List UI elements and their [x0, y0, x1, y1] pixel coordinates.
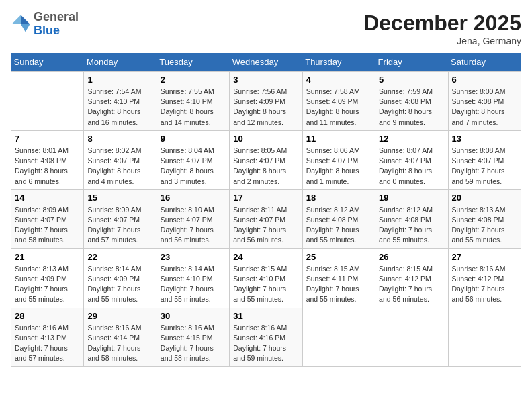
day-info: Sunrise: 8:02 AM Sunset: 4:07 PM Dayligh…: [87, 146, 152, 187]
day-number: 22: [87, 252, 152, 262]
weekday-header-monday: Monday: [84, 53, 157, 72]
calendar-cell: 22Sunrise: 8:14 AM Sunset: 4:09 PM Dayli…: [84, 248, 157, 308]
day-info: Sunrise: 8:13 AM Sunset: 4:08 PM Dayligh…: [452, 205, 517, 246]
location: Jena, Germany: [363, 36, 521, 46]
calendar-cell: 8Sunrise: 8:02 AM Sunset: 4:07 PM Daylig…: [84, 130, 157, 189]
calendar-cell: 7Sunrise: 8:01 AM Sunset: 4:08 PM Daylig…: [11, 130, 84, 189]
calendar-cell: 23Sunrise: 8:14 AM Sunset: 4:10 PM Dayli…: [157, 248, 229, 308]
calendar-cell: [302, 308, 375, 367]
day-info: Sunrise: 8:04 AM Sunset: 4:07 PM Dayligh…: [161, 146, 226, 187]
calendar-week-3: 14Sunrise: 8:09 AM Sunset: 4:07 PM Dayli…: [11, 189, 521, 248]
calendar-cell: 17Sunrise: 8:11 AM Sunset: 4:07 PM Dayli…: [230, 189, 302, 248]
day-info: Sunrise: 8:05 AM Sunset: 4:07 PM Dayligh…: [233, 146, 298, 187]
day-number: 1: [87, 75, 152, 85]
day-number: 4: [306, 75, 371, 85]
calendar-cell: 4Sunrise: 7:58 AM Sunset: 4:09 PM Daylig…: [302, 72, 375, 131]
page-header: General Blue December 2025 Jena, Germany: [11, 11, 521, 46]
logo-icon: [11, 14, 31, 34]
day-info: Sunrise: 8:16 AM Sunset: 4:12 PM Dayligh…: [452, 264, 517, 305]
day-info: Sunrise: 8:16 AM Sunset: 4:15 PM Dayligh…: [161, 323, 226, 364]
day-number: 12: [379, 134, 444, 144]
day-number: 5: [379, 75, 444, 85]
day-info: Sunrise: 8:10 AM Sunset: 4:07 PM Dayligh…: [161, 205, 226, 246]
day-info: Sunrise: 8:01 AM Sunset: 4:08 PM Dayligh…: [15, 146, 80, 187]
title-block: December 2025 Jena, Germany: [363, 11, 521, 46]
logo: General Blue: [11, 11, 79, 38]
weekday-header-tuesday: Tuesday: [157, 53, 229, 72]
day-info: Sunrise: 8:09 AM Sunset: 4:07 PM Dayligh…: [15, 205, 80, 246]
day-number: 18: [306, 193, 371, 203]
calendar-cell: 12Sunrise: 8:07 AM Sunset: 4:07 PM Dayli…: [375, 130, 448, 189]
day-info: Sunrise: 8:15 AM Sunset: 4:12 PM Dayligh…: [379, 264, 444, 305]
weekday-header-thursday: Thursday: [302, 53, 375, 72]
day-info: Sunrise: 8:06 AM Sunset: 4:07 PM Dayligh…: [306, 146, 371, 187]
day-info: Sunrise: 7:58 AM Sunset: 4:09 PM Dayligh…: [306, 87, 371, 128]
day-info: Sunrise: 8:14 AM Sunset: 4:09 PM Dayligh…: [87, 264, 152, 305]
calendar-cell: 13Sunrise: 8:08 AM Sunset: 4:07 PM Dayli…: [448, 130, 521, 189]
calendar-week-1: 1Sunrise: 7:54 AM Sunset: 4:10 PM Daylig…: [11, 72, 521, 131]
calendar-cell: 28Sunrise: 8:16 AM Sunset: 4:13 PM Dayli…: [11, 308, 84, 367]
calendar-cell: 14Sunrise: 8:09 AM Sunset: 4:07 PM Dayli…: [11, 189, 84, 248]
day-info: Sunrise: 8:13 AM Sunset: 4:09 PM Dayligh…: [15, 264, 80, 305]
day-info: Sunrise: 8:15 AM Sunset: 4:10 PM Dayligh…: [233, 264, 298, 305]
month-title: December 2025: [363, 11, 521, 36]
day-number: 27: [452, 252, 517, 262]
weekday-header-saturday: Saturday: [448, 53, 521, 72]
day-info: Sunrise: 8:16 AM Sunset: 4:13 PM Dayligh…: [15, 323, 80, 364]
calendar-cell: 31Sunrise: 8:16 AM Sunset: 4:16 PM Dayli…: [230, 308, 302, 367]
calendar-week-4: 21Sunrise: 8:13 AM Sunset: 4:09 PM Dayli…: [11, 248, 521, 308]
weekday-header-sunday: Sunday: [11, 53, 84, 72]
calendar-cell: 21Sunrise: 8:13 AM Sunset: 4:09 PM Dayli…: [11, 248, 84, 308]
day-number: 3: [233, 75, 298, 85]
calendar-cell: 2Sunrise: 7:55 AM Sunset: 4:10 PM Daylig…: [157, 72, 229, 131]
day-info: Sunrise: 8:09 AM Sunset: 4:07 PM Dayligh…: [87, 205, 152, 246]
calendar-cell: 18Sunrise: 8:12 AM Sunset: 4:08 PM Dayli…: [302, 189, 375, 248]
day-info: Sunrise: 8:16 AM Sunset: 4:14 PM Dayligh…: [87, 323, 152, 364]
calendar-cell: [448, 308, 521, 367]
calendar-table: SundayMondayTuesdayWednesdayThursdayFrid…: [11, 53, 521, 367]
day-number: 11: [306, 134, 371, 144]
logo-blue-text: Blue: [34, 24, 79, 38]
day-number: 31: [233, 311, 298, 321]
day-number: 30: [161, 311, 226, 321]
calendar-cell: 29Sunrise: 8:16 AM Sunset: 4:14 PM Dayli…: [84, 308, 157, 367]
calendar-cell: 24Sunrise: 8:15 AM Sunset: 4:10 PM Dayli…: [230, 248, 302, 308]
day-info: Sunrise: 8:14 AM Sunset: 4:10 PM Dayligh…: [161, 264, 226, 305]
calendar-cell: [375, 308, 448, 367]
calendar-cell: 1Sunrise: 7:54 AM Sunset: 4:10 PM Daylig…: [84, 72, 157, 131]
day-number: 10: [233, 134, 298, 144]
day-info: Sunrise: 7:54 AM Sunset: 4:10 PM Dayligh…: [87, 87, 152, 128]
weekday-header-row: SundayMondayTuesdayWednesdayThursdayFrid…: [11, 53, 521, 72]
day-number: 24: [233, 252, 298, 262]
day-number: 13: [452, 134, 517, 144]
calendar-cell: 5Sunrise: 7:59 AM Sunset: 4:08 PM Daylig…: [375, 72, 448, 131]
day-number: 15: [87, 193, 152, 203]
day-number: 7: [15, 134, 80, 144]
calendar-cell: 16Sunrise: 8:10 AM Sunset: 4:07 PM Dayli…: [157, 189, 229, 248]
day-number: 26: [379, 252, 444, 262]
weekday-header-friday: Friday: [375, 53, 448, 72]
day-info: Sunrise: 8:08 AM Sunset: 4:07 PM Dayligh…: [452, 146, 517, 187]
day-number: 29: [87, 311, 152, 321]
calendar-week-2: 7Sunrise: 8:01 AM Sunset: 4:08 PM Daylig…: [11, 130, 521, 189]
day-info: Sunrise: 7:55 AM Sunset: 4:10 PM Dayligh…: [161, 87, 226, 128]
day-info: Sunrise: 8:11 AM Sunset: 4:07 PM Dayligh…: [233, 205, 298, 246]
calendar-cell: 6Sunrise: 8:00 AM Sunset: 4:08 PM Daylig…: [448, 72, 521, 131]
day-number: 6: [452, 75, 517, 85]
day-number: 2: [161, 75, 226, 85]
calendar-cell: 11Sunrise: 8:06 AM Sunset: 4:07 PM Dayli…: [302, 130, 375, 189]
calendar-cell: 3Sunrise: 7:56 AM Sunset: 4:09 PM Daylig…: [230, 72, 302, 131]
calendar-cell: 19Sunrise: 8:12 AM Sunset: 4:08 PM Dayli…: [375, 189, 448, 248]
day-info: Sunrise: 8:12 AM Sunset: 4:08 PM Dayligh…: [306, 205, 371, 246]
day-info: Sunrise: 7:56 AM Sunset: 4:09 PM Dayligh…: [233, 87, 298, 128]
calendar-week-5: 28Sunrise: 8:16 AM Sunset: 4:13 PM Dayli…: [11, 308, 521, 367]
day-number: 16: [161, 193, 226, 203]
day-number: 25: [306, 252, 371, 262]
calendar-cell: [11, 72, 84, 131]
day-number: 9: [161, 134, 226, 144]
day-info: Sunrise: 8:16 AM Sunset: 4:16 PM Dayligh…: [233, 323, 298, 364]
calendar-cell: 15Sunrise: 8:09 AM Sunset: 4:07 PM Dayli…: [84, 189, 157, 248]
day-number: 28: [15, 311, 80, 321]
day-info: Sunrise: 7:59 AM Sunset: 4:08 PM Dayligh…: [379, 87, 444, 128]
logo-general-text: General: [34, 11, 79, 24]
